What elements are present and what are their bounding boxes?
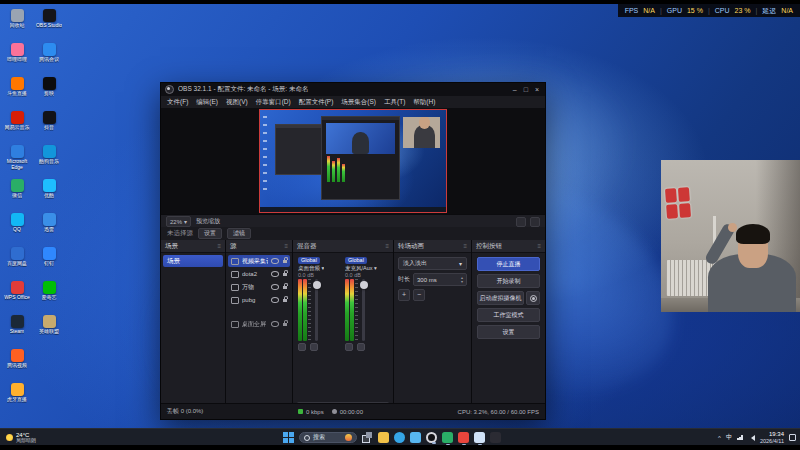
visibility-eye-icon[interactable] [271, 321, 279, 327]
visibility-eye-icon[interactable] [271, 271, 279, 277]
notification-icon[interactable] [789, 434, 796, 441]
start-recording-button[interactable]: 开始录制 [477, 274, 540, 288]
volume-slider[interactable] [362, 279, 365, 341]
speaker-icon[interactable] [345, 343, 353, 351]
scene-item-selected[interactable]: 场景 [163, 255, 223, 267]
transition-select[interactable]: 淡入淡出 ▾ [398, 257, 467, 270]
filters-button[interactable]: 滤镜 [227, 228, 251, 239]
preview-option-icon[interactable] [530, 217, 540, 227]
weather-widget[interactable]: 24°C 局部晴朗 [6, 429, 36, 446]
desktop-icon[interactable]: 腾讯视频 [2, 347, 32, 381]
task-view-icon[interactable] [362, 432, 373, 443]
menu-item[interactable]: 编辑(E) [196, 98, 218, 107]
source-row[interactable]: 桌面全屏 [228, 318, 290, 330]
desktop-icon[interactable]: 斗鱼直播 [2, 75, 32, 109]
visibility-eye-icon[interactable] [271, 284, 279, 290]
desktop-icon[interactable]: Microsoft Edge [2, 143, 32, 177]
lock-icon[interactable] [283, 323, 287, 326]
spinbox-arrows-icon[interactable]: ▴▾ [461, 276, 463, 283]
start-virtualcam-button[interactable]: 启动虚拟摄像机 [477, 291, 524, 305]
desktop-icon[interactable]: 迅雷 [34, 211, 64, 245]
tray-chevron-icon[interactable]: ^ [718, 435, 721, 441]
search-box[interactable]: 搜索 [299, 432, 357, 443]
close-icon[interactable]: × [535, 86, 539, 93]
app-icon [43, 9, 56, 22]
visibility-eye-icon[interactable] [271, 297, 279, 303]
desktop-icon[interactable]: 哔哩哔哩 [2, 41, 32, 75]
dock-grip-icon[interactable]: ≡ [463, 243, 467, 249]
desktop-icon[interactable]: 百度网盘 [2, 245, 32, 279]
obs-titlebar[interactable]: OBS 32.1.1 - 配置文件: 未命名 - 场景: 未命名 – □ × [161, 83, 545, 96]
qq-icon[interactable] [474, 432, 485, 443]
network-icon[interactable] [737, 435, 743, 440]
channel-name[interactable]: 麦克风/Aux ▾ [345, 265, 377, 272]
desktop-icon[interactable]: Steam [2, 313, 32, 347]
start-button[interactable] [283, 432, 294, 443]
menu-item[interactable]: 配置文件(P) [299, 98, 334, 107]
desktop-icon[interactable]: 酷狗音乐 [34, 143, 64, 177]
lock-icon[interactable] [283, 299, 287, 302]
dock-grip-icon[interactable]: ≡ [537, 243, 541, 249]
desktop-icon[interactable]: 抖音 [34, 109, 64, 143]
dock-grip-icon[interactable]: ≡ [284, 243, 288, 249]
add-transition-button[interactable]: + [398, 289, 410, 301]
preview-zoom-selector[interactable]: 22% ▾ [166, 216, 191, 227]
source-row[interactable]: pubg [228, 294, 290, 306]
clock[interactable]: 19:34 2026/4/11 [760, 431, 784, 444]
desktop-icon[interactable]: QQ [2, 211, 32, 245]
menu-item[interactable]: 文件(F) [167, 98, 188, 107]
studio-mode-button[interactable]: 工作室模式 [477, 308, 540, 322]
lock-icon[interactable] [283, 273, 287, 276]
source-row[interactable]: 视频采集设备 [228, 255, 290, 267]
menu-item[interactable]: 工具(T) [384, 98, 405, 107]
preview-option-icon[interactable] [516, 217, 526, 227]
properties-button[interactable]: 设置 [198, 228, 222, 239]
dock-grip-icon[interactable]: ≡ [385, 243, 389, 249]
lock-icon[interactable] [283, 286, 287, 289]
desktop-icon[interactable]: 剪映 [34, 75, 64, 109]
lock-icon[interactable] [283, 260, 287, 263]
volume-slider[interactable] [315, 279, 318, 341]
stop-streaming-button[interactable]: 停止直播 [477, 257, 540, 271]
dock-grip-icon[interactable]: ≡ [217, 243, 221, 249]
speaker-icon[interactable] [298, 343, 306, 351]
desktop-icon[interactable]: WPS Office [2, 279, 32, 313]
desktop-icon[interactable]: 优酷 [34, 177, 64, 211]
desktop-icon[interactable]: 英雄联盟 [34, 313, 64, 347]
desktop-icon[interactable]: 钉钉 [34, 245, 64, 279]
menu-item[interactable]: 视图(V) [226, 98, 248, 107]
volume-icon[interactable] [748, 435, 755, 441]
desktop-icon[interactable]: OBS Studio [34, 7, 64, 41]
duration-spinbox[interactable]: 300 ms ▴▾ [413, 273, 467, 286]
desktop-icon[interactable]: 回收站 [2, 7, 32, 41]
desktop-icon[interactable]: 爱奇艺 [34, 279, 64, 313]
virtualcam-config-button[interactable] [526, 291, 540, 305]
gear-icon[interactable] [310, 343, 318, 351]
desktop-icon[interactable]: 网易云音乐 [2, 109, 32, 143]
desktop-icon[interactable]: 虎牙直播 [2, 381, 32, 415]
meter-scale-ticks [308, 279, 311, 341]
gear-icon[interactable] [357, 343, 365, 351]
desktop-icon[interactable]: 腾讯会议 [34, 41, 64, 75]
settings-button[interactable]: 设置 [477, 325, 540, 339]
desktop-icon[interactable]: 微信 [2, 177, 32, 211]
music-app-icon[interactable] [490, 432, 501, 443]
menu-item[interactable]: 场景集合(S) [341, 98, 376, 107]
source-row[interactable]: dota2 [228, 268, 290, 280]
visibility-eye-icon[interactable] [271, 258, 279, 264]
remove-transition-button[interactable]: − [413, 289, 425, 301]
channel-name[interactable]: 桌面音频 ▾ [298, 265, 324, 272]
minimize-icon[interactable]: – [513, 86, 517, 93]
menu-item[interactable]: 帮助(H) [413, 98, 435, 107]
file-explorer-icon[interactable] [378, 432, 389, 443]
wechat-icon[interactable] [442, 432, 453, 443]
bilibili-icon[interactable] [458, 432, 469, 443]
menu-item[interactable]: 停靠窗口(D) [256, 98, 291, 107]
obs-studio-icon[interactable] [426, 432, 437, 443]
ime-indicator[interactable]: 中 [726, 433, 733, 442]
edge-browser-icon[interactable] [394, 432, 405, 443]
source-row[interactable]: 万物 [228, 281, 290, 293]
maximize-icon[interactable]: □ [524, 86, 528, 93]
microsoft-store-icon[interactable] [410, 432, 421, 443]
preview-video[interactable] [259, 109, 447, 213]
